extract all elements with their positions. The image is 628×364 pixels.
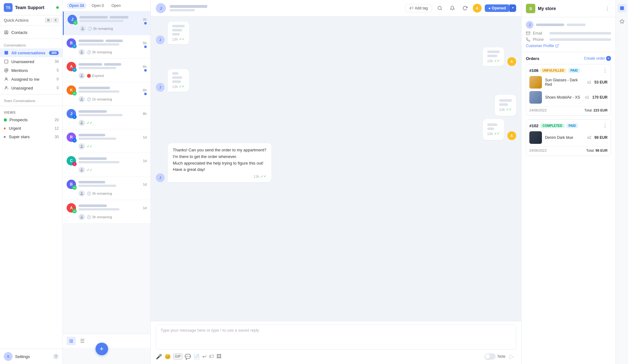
shopify-icon: S <box>526 4 535 13</box>
online-indicator <box>56 6 59 9</box>
msg-footer-3: 13h ✓✓ <box>172 84 185 89</box>
view-toggle-grid[interactable]: ⊞ <box>67 337 76 345</box>
send-button[interactable]: ▷ <box>507 352 516 361</box>
attach-icon[interactable]: 🎤 <box>156 354 162 360</box>
refresh-button[interactable] <box>460 3 470 13</box>
toggle-knob <box>485 354 490 359</box>
msg-bar-3b <box>172 76 182 79</box>
image-icon[interactable]: 🖼 <box>216 354 221 359</box>
msg-footer-6: 13h ✓✓ <box>173 174 266 178</box>
add-tag-button[interactable]: 🏷 Add tag <box>405 4 432 12</box>
svg-point-15 <box>81 192 83 193</box>
conv-names-4 <box>79 87 140 94</box>
notification-button[interactable] <box>448 3 457 13</box>
emoji-icon[interactable]: 😊 <box>165 354 171 360</box>
order-106-status: UNFULFILLED <box>540 68 566 73</box>
order-106-more-button[interactable]: ⋮ <box>603 68 608 73</box>
right-icon-shopify[interactable] <box>618 4 626 13</box>
conversation-item-8[interactable]: B W 1d 🕐 3h remaining <box>63 177 150 200</box>
msg-read-1: ✓✓ <box>179 37 185 41</box>
search-button[interactable] <box>435 3 445 13</box>
status-opened-button[interactable]: ● Opened <box>485 4 510 12</box>
conversation-item-4[interactable]: K W 6h 🕐 1h remaining <box>63 82 150 106</box>
chat-bubble-icon[interactable]: 💬 <box>185 354 191 360</box>
msg-footer-1: 13h ✓✓ <box>172 37 185 41</box>
msg-bar-1a <box>172 25 185 27</box>
sidebar-item-all-conversations[interactable]: All conversations 389 <box>0 48 63 57</box>
conversation-item-7[interactable]: C I 1d ✓✓ <box>63 153 150 177</box>
conv-name-bar-1b <box>110 16 128 19</box>
order-106-item-1-img <box>529 76 542 89</box>
conv-timer-9: 🕐 3h remaining <box>87 215 112 219</box>
conv-timer-2: 🕐 3h remaining <box>87 50 112 54</box>
conversation-item-6[interactable]: R f 1d ✓✓ <box>63 129 150 153</box>
conversation-item-2[interactable]: B T 5h 🕐 3h remaining <box>63 35 150 59</box>
svg-point-11 <box>81 98 83 99</box>
help-button[interactable]: ? <box>53 354 59 359</box>
quick-actions-button[interactable]: Quick Actions ⌘ K <box>0 15 63 25</box>
superstars-dot <box>4 136 6 138</box>
conversation-item-1[interactable]: J W 2h 🕐 3h remaining <box>63 12 150 35</box>
note-toggle-switch[interactable] <box>484 353 496 360</box>
chat-contact-sub-bar <box>170 9 195 11</box>
conv-names-5 <box>79 110 140 117</box>
right-icon-star[interactable] <box>618 17 626 26</box>
unassigned-label: Unassigned <box>11 86 54 90</box>
order-106-item-1-price: 53 EUR <box>594 80 608 84</box>
status-caret-button[interactable]: ▾ <box>510 4 516 12</box>
conv-meta-8: 🕐 3h remaining <box>67 190 147 197</box>
conv-sub-bar-6 <box>79 138 116 140</box>
tab-open-plain[interactable]: Open <box>109 3 123 9</box>
sidebar-item-unanswered[interactable]: Unanswered 34 <box>0 57 63 66</box>
conversation-item-9[interactable]: A W 1d 🕐 3h remaining <box>63 200 150 224</box>
msg-time-5: 13h <box>487 132 493 136</box>
file-icon[interactable]: 📄 <box>194 354 200 360</box>
msg-footer-4: 13h ✓✓ <box>499 107 512 111</box>
svg-line-18 <box>441 9 442 10</box>
status-button-group: ● Opened ▾ <box>485 4 516 12</box>
tab-open-34[interactable]: Open 34 <box>67 3 86 9</box>
channel-whatsapp-8: W <box>72 185 77 190</box>
tag-icon: 🏷 <box>409 6 413 10</box>
msg-bar-1b <box>172 29 182 31</box>
chat-input-box[interactable]: Type your message here or type / to use … <box>156 324 516 350</box>
team-conversations-label: Team Conversations <box>0 96 63 104</box>
conversation-item-5[interactable]: J f 8h ✓✓ <box>63 106 150 129</box>
conv-meta-9: 🕐 3h remaining <box>67 214 147 220</box>
sidebar-item-prospects[interactable]: Prospects 20 <box>0 116 63 124</box>
channel-whatsapp-9: W <box>72 209 77 213</box>
order-102-footer: 24/06/2022 Total: 98 EUR <box>529 146 608 152</box>
sidebar-item-mentions[interactable]: Mentions 5 <box>0 66 63 75</box>
conv-unread-2 <box>144 46 147 48</box>
sidebar-item-contacts[interactable]: Contacts <box>0 28 63 37</box>
msg-bubble-4: 13h ✓✓ <box>495 95 516 116</box>
prospects-label: Prospects <box>9 117 52 122</box>
sidebar-item-assigned[interactable]: Assigned to me 0 <box>0 75 63 84</box>
conv-names-6 <box>79 134 140 141</box>
undo-icon[interactable]: ↩ <box>202 354 206 360</box>
superstars-count: 30 <box>55 135 59 139</box>
tag-toolbar-icon[interactable]: 🏷 <box>209 354 214 359</box>
conv-sub-bar-7 <box>79 161 119 163</box>
customer-profile-link[interactable]: Customer Profile <box>526 44 611 48</box>
order-102-more-button[interactable]: ⋮ <box>603 123 608 129</box>
create-order-button[interactable]: Create order + <box>584 56 611 61</box>
sidebar-item-superstars[interactable]: Super stars 30 <box>0 133 63 141</box>
orders-section: Orders Create order + #106 UNFULFILLED P… <box>522 52 615 163</box>
sidebar-item-urgent[interactable]: Urgent 12 <box>0 124 63 133</box>
customer-row: J <box>526 21 611 29</box>
conv-timer-8: 🕐 3h remaining <box>87 192 112 196</box>
tab-open-0[interactable]: Open 0 <box>89 3 106 9</box>
gif-icon[interactable]: GIF <box>173 354 182 359</box>
view-toggle-list[interactable]: ☰ <box>78 337 87 345</box>
msg-time-6: 13h <box>254 175 259 178</box>
add-conversation-button[interactable]: + <box>96 343 108 355</box>
sidebar-item-unassigned[interactable]: Unassigned 0 <box>0 84 63 92</box>
svg-point-14 <box>81 168 83 170</box>
order-card-106: #106 UNFULFILLED PAID ⋮ Sun Glasses - Da… <box>526 64 611 116</box>
panel-more-button[interactable]: ⋮ <box>603 5 611 12</box>
conversation-item-3[interactable]: A T 6h 🔴 Expired <box>63 59 150 82</box>
conv-time-9: 1d <box>143 206 147 210</box>
svg-rect-21 <box>620 6 624 10</box>
sidebar-footer[interactable]: S Settings ? <box>0 349 63 364</box>
